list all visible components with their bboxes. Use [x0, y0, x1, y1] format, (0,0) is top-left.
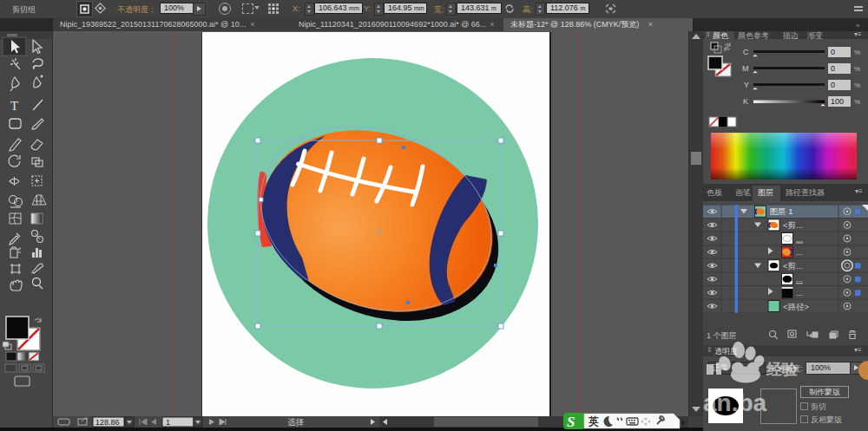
svg-text:128.86: 128.86 — [95, 418, 120, 427]
svg-text:<剪...: <剪... — [783, 261, 803, 271]
svg-text:%: % — [854, 82, 860, 89]
svg-text:...: ... — [796, 288, 803, 297]
svg-text:英: 英 — [588, 415, 599, 428]
svg-text:S: S — [567, 414, 575, 429]
svg-text:<路径>: <路径> — [783, 302, 810, 311]
svg-text:100: 100 — [831, 97, 844, 106]
svg-text:M: M — [742, 64, 749, 73]
svg-text:T: T — [10, 99, 18, 113]
svg-text:1: 1 — [166, 418, 170, 427]
svg-text:0: 0 — [831, 81, 835, 89]
svg-text:经验: 经验 — [766, 361, 799, 378]
svg-text:an.ba: an.ba — [703, 389, 767, 416]
svg-text:%: % — [854, 98, 860, 106]
svg-text:0: 0 — [831, 48, 835, 56]
svg-text:Y: Y — [744, 81, 749, 89]
svg-text:图层 1: 图层 1 — [770, 206, 793, 216]
svg-text:C: C — [743, 48, 749, 56]
svg-text:<剪...: <剪... — [783, 220, 803, 230]
svg-text:选择: 选择 — [287, 417, 305, 427]
svg-text:%: % — [854, 49, 860, 56]
svg-text:%: % — [854, 65, 860, 73]
svg-text:K: K — [743, 97, 748, 106]
svg-text:0: 0 — [831, 64, 835, 73]
svg-text:...: ... — [796, 234, 803, 244]
svg-text:...: ... — [796, 247, 803, 257]
svg-text:...: ... — [796, 274, 803, 284]
